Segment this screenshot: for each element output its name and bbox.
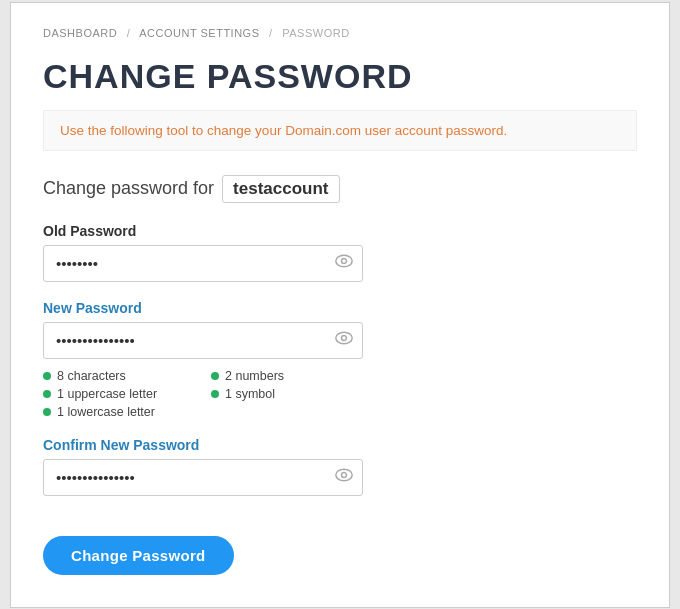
svg-point-0: [336, 255, 352, 266]
old-password-wrapper: [43, 245, 363, 282]
req-label-uppercase: 1 uppercase letter: [57, 387, 157, 401]
breadcrumb: DASHBOARD / ACCOUNT SETTINGS / PASSWORD: [43, 27, 637, 39]
confirm-password-eye-icon[interactable]: [335, 468, 353, 486]
req-label-lowercase: 1 lowercase letter: [57, 405, 155, 419]
svg-point-2: [336, 332, 352, 343]
password-requirements: 8 characters 2 numbers 1 uppercase lette…: [43, 369, 363, 419]
req-dot-symbol: [211, 390, 219, 398]
req-lowercase: 1 lowercase letter: [43, 405, 195, 419]
req-label-characters: 8 characters: [57, 369, 126, 383]
change-for-row: Change password for testaccount: [43, 175, 637, 203]
new-password-wrapper: [43, 322, 363, 359]
new-password-input[interactable]: [43, 322, 363, 359]
change-password-button[interactable]: Change Password: [43, 536, 234, 575]
change-password-card: DASHBOARD / ACCOUNT SETTINGS / PASSWORD …: [10, 2, 670, 608]
confirm-password-wrapper: [43, 459, 363, 496]
old-password-section: Old Password: [43, 223, 637, 282]
req-characters: 8 characters: [43, 369, 195, 383]
account-name: testaccount: [222, 175, 339, 203]
svg-point-5: [342, 473, 347, 478]
info-banner: Use the following tool to change your Do…: [43, 110, 637, 151]
info-text-prefix: Use the following tool to change your: [60, 123, 285, 138]
info-link[interactable]: Domain.com: [285, 123, 361, 138]
req-label-symbol: 1 symbol: [225, 387, 275, 401]
req-dot-numbers: [211, 372, 219, 380]
breadcrumb-current: PASSWORD: [282, 27, 349, 39]
req-uppercase: 1 uppercase letter: [43, 387, 195, 401]
breadcrumb-sep-2: /: [269, 27, 273, 39]
req-dot-characters: [43, 372, 51, 380]
req-dot-lowercase: [43, 408, 51, 416]
svg-point-1: [342, 259, 347, 264]
breadcrumb-dashboard[interactable]: DASHBOARD: [43, 27, 117, 39]
req-numbers: 2 numbers: [211, 369, 363, 383]
svg-point-4: [336, 469, 352, 480]
old-password-input[interactable]: [43, 245, 363, 282]
info-text-suffix: user account password.: [361, 123, 507, 138]
new-password-label: New Password: [43, 300, 637, 316]
confirm-password-input[interactable]: [43, 459, 363, 496]
old-password-eye-icon[interactable]: [335, 254, 353, 272]
confirm-password-section: Confirm New Password: [43, 437, 637, 496]
req-label-numbers: 2 numbers: [225, 369, 284, 383]
old-password-label: Old Password: [43, 223, 637, 239]
new-password-eye-icon[interactable]: [335, 331, 353, 349]
change-for-label: Change password for: [43, 178, 214, 199]
req-symbol: 1 symbol: [211, 387, 363, 401]
svg-point-3: [342, 336, 347, 341]
breadcrumb-sep-1: /: [127, 27, 131, 39]
new-password-section: New Password 8 characters 2 numbers: [43, 300, 637, 419]
page-title: CHANGE PASSWORD: [43, 57, 637, 96]
breadcrumb-account-settings[interactable]: ACCOUNT SETTINGS: [139, 27, 259, 39]
req-dot-uppercase: [43, 390, 51, 398]
confirm-password-label: Confirm New Password: [43, 437, 637, 453]
